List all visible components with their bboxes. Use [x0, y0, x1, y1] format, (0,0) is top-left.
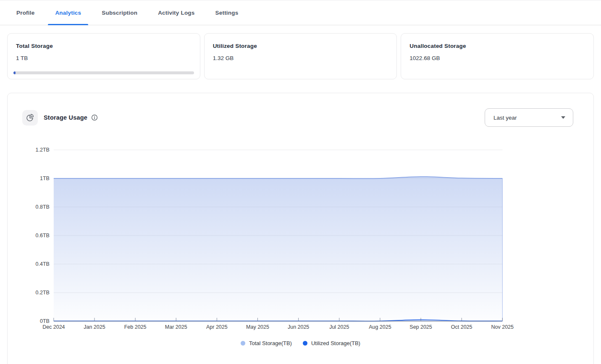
card-utilized-storage: Utilized Storage 1.32 GB: [204, 33, 397, 79]
legend-label: Total Storage(TB): [249, 340, 292, 346]
legend-item-utilized-storage-tb[interactable]: Utilized Storage(TB): [303, 340, 360, 346]
svg-text:Apr 2025: Apr 2025: [206, 324, 228, 330]
pie-chart-icon: [26, 113, 34, 122]
svg-text:0.8TB: 0.8TB: [36, 204, 50, 210]
card-value: 1 TB: [16, 55, 194, 61]
svg-text:Mar 2025: Mar 2025: [165, 324, 187, 330]
card-total-storage: Total Storage 1 TB: [7, 33, 200, 79]
card-title: Unallocated Storage: [409, 43, 588, 49]
analytics-page: Total Storage 1 TB Utilized Storage 1.32…: [0, 33, 601, 364]
tab-activity-logs[interactable]: Activity Logs: [151, 0, 202, 25]
tab-subscription[interactable]: Subscription: [94, 0, 144, 25]
total-storage-area: [54, 177, 502, 321]
svg-text:1.2TB: 1.2TB: [36, 147, 50, 153]
legend-label: Utilized Storage(TB): [311, 340, 360, 346]
chart-title: Storage Usage: [44, 114, 87, 121]
legend-item-total-storage-tb[interactable]: Total Storage(TB): [241, 340, 292, 346]
info-icon[interactable]: [91, 114, 98, 121]
svg-text:0TB: 0TB: [40, 318, 50, 324]
svg-text:Jan 2025: Jan 2025: [84, 324, 105, 330]
time-range-select[interactable]: Last year: [485, 108, 573, 127]
card-value: 1.32 GB: [213, 55, 391, 61]
svg-text:0.6TB: 0.6TB: [36, 233, 50, 238]
storage-progress-fill: [13, 71, 16, 74]
storage-usage-header: Storage Usage Last year: [8, 108, 593, 127]
card-title: Utilized Storage: [213, 43, 391, 49]
chevron-down-icon: [561, 116, 565, 119]
svg-text:Dec 2024: Dec 2024: [42, 324, 65, 330]
svg-text:Oct 2025: Oct 2025: [451, 324, 472, 330]
card-title: Total Storage: [16, 43, 194, 49]
svg-text:0.4TB: 0.4TB: [36, 261, 50, 267]
tab-bar: ProfileAnalyticsSubscriptionActivity Log…: [0, 0, 601, 25]
svg-text:Feb 2025: Feb 2025: [124, 324, 147, 330]
svg-text:Jun 2025: Jun 2025: [288, 324, 309, 330]
legend-dot: [241, 341, 245, 346]
storage-progress-bar: [13, 71, 194, 74]
svg-text:Jul 2025: Jul 2025: [329, 324, 349, 330]
legend-dot: [303, 341, 307, 346]
svg-text:Nov 2025: Nov 2025: [491, 324, 514, 330]
time-range-value: Last year: [493, 115, 561, 121]
svg-text:0.2TB: 0.2TB: [36, 290, 50, 296]
card-value: 1022.68 GB: [409, 55, 588, 61]
svg-text:May 2025: May 2025: [246, 324, 269, 330]
tab-settings[interactable]: Settings: [208, 0, 246, 25]
storage-usage-chart[interactable]: 0TB0.2TB0.4TB0.6TB0.8TB1TB1.2TBDec 2024J…: [8, 141, 593, 340]
storage-summary-cards: Total Storage 1 TB Utilized Storage 1.32…: [7, 33, 594, 79]
x-axis-labels: Dec 2024Jan 2025Feb 2025Mar 2025Apr 2025…: [42, 324, 514, 330]
chart-legend: Total Storage(TB)Utilized Storage(TB): [8, 340, 593, 346]
svg-text:Aug 2025: Aug 2025: [369, 324, 391, 330]
storage-usage-panel: Storage Usage Last year 0TB0.2TB0.4TB0.6…: [7, 93, 594, 364]
tab-analytics[interactable]: Analytics: [48, 0, 88, 25]
y-axis-labels: 0TB0.2TB0.4TB0.6TB0.8TB1TB1.2TB: [36, 147, 50, 324]
tab-profile[interactable]: Profile: [9, 0, 42, 25]
svg-text:1TB: 1TB: [40, 175, 50, 181]
card-unallocated-storage: Unallocated Storage 1022.68 GB: [401, 33, 594, 79]
pie-chart-icon-button: [22, 110, 38, 126]
svg-text:Sep 2025: Sep 2025: [409, 324, 432, 330]
